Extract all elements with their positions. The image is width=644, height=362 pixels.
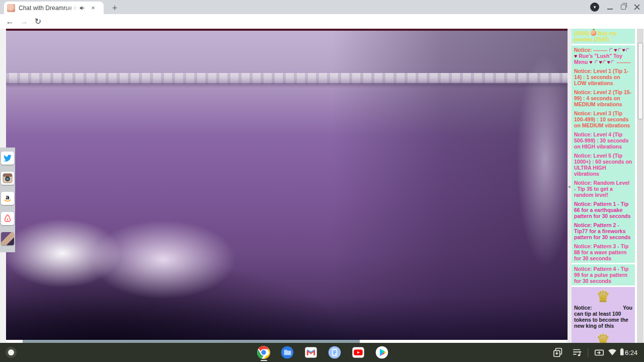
notice-text: Notice: Pattern 1 - Tip 66 for a earthqu… <box>574 201 631 219</box>
chat-message-level-4: Notice: Level 4 (Tip 500-999) : 30 secon… <box>572 130 635 151</box>
tab-favicon <box>7 4 15 12</box>
chat-message-pattern-3: Notice: Pattern 3 - Tip 88 for a wave pa… <box>572 242 635 263</box>
launcher-button[interactable] <box>6 347 17 358</box>
tab-close-button[interactable]: × <box>89 4 97 12</box>
crown-icon <box>574 288 632 305</box>
notice-text: Notice: Level 3 (Tip 100-499) : 10 secon… <box>574 110 630 128</box>
chat-message-level-2: Notice: Level 2 (Tip 15-99) : 4 seconds … <box>572 88 635 109</box>
notice-text: Notice: Level 5 (Tip 1000+) : 60 seconds… <box>574 153 632 177</box>
forward-button[interactable] <box>19 16 29 27</box>
heart-icon <box>589 59 592 65</box>
window-switcher-icon[interactable] <box>552 347 564 358</box>
web-page: a (2000) Buy my panties (2500)Notice: --… <box>0 29 644 343</box>
tab-title: Chat with Dreamrue in a Live <box>19 5 78 12</box>
chrome-active-indicator <box>261 360 267 361</box>
profile-chevron-icon[interactable]: ▾ <box>590 3 599 12</box>
chat-message-level-1: Notice: Level 1 (Tip 1-14) : 1 seconds o… <box>572 66 635 88</box>
peach-icon <box>591 30 596 36</box>
chat-message-lush-menu-header: Notice: -------- Rue's "Lush" Toy Menu -… <box>572 45 635 66</box>
launcher-icon <box>8 349 14 355</box>
new-tab-button[interactable]: + <box>109 3 121 14</box>
svg-text:a: a <box>6 194 10 201</box>
notice-text: Notice: Pattern 2 - Tip77 for a firework… <box>574 222 631 240</box>
instagram-link-icon[interactable] <box>1 172 14 185</box>
king-notice-line: Notice:You <box>574 305 632 311</box>
clock[interactable]: 6:24 <box>625 349 642 356</box>
chat-message-random-level: Notice: Random Level - Tip 35 to get a r… <box>572 178 635 199</box>
notice-text: (2000) <box>574 30 591 36</box>
docs-app-icon[interactable] <box>328 345 342 359</box>
restore-window-button[interactable] <box>621 5 626 10</box>
notice-text: Notice: Pattern 3 - Tip 88 for a wave pa… <box>574 243 628 261</box>
tab-audio-icon[interactable] <box>79 5 86 12</box>
twitter-link-icon[interactable] <box>1 152 14 165</box>
notice-text: Notice: -------- <box>574 47 609 53</box>
airbnb-link-icon[interactable] <box>1 212 14 225</box>
browser-tab[interactable]: Chat with Dreamrue in a Live × <box>4 2 104 14</box>
notice-text: -------- <box>615 59 631 65</box>
back-button[interactable] <box>5 16 15 27</box>
gmail-app-icon[interactable] <box>304 345 318 359</box>
chat-message-level-5: Notice: Level 5 (Tip 1000+) : 60 seconds… <box>572 151 635 178</box>
chromeos-shelf: 6:24 <box>0 343 644 362</box>
notice-text: Notice: Level 1 (Tip 1-14) : 1 seconds o… <box>574 68 628 86</box>
window-controls: ▾ <box>590 0 640 14</box>
close-window-button[interactable] <box>634 4 640 10</box>
youtube-app-icon[interactable] <box>351 345 365 359</box>
chat-message-pattern-2: Notice: Pattern 2 - Tip77 for a firework… <box>572 221 635 242</box>
photo-link-icon[interactable] <box>1 232 14 245</box>
chat-message-pattern-1: Notice: Pattern 1 - Tip 66 for a earthqu… <box>572 199 635 221</box>
king-notice-text: can tip at least 100 tokens to become th… <box>574 311 632 329</box>
notice-text: Notice: Level 4 (Tip 500-999) : 30 secon… <box>574 131 629 150</box>
chat-message-pattern-4: Notice: Pattern 4 - Tip 99 for a pulse p… <box>572 264 635 285</box>
notice-text: Notice: Level 2 (Tip 15-99) : 4 seconds … <box>574 89 631 107</box>
chat-notice-panel: (2000) Buy my panties (2500)Notice: ----… <box>572 29 635 343</box>
chromeos-desktop: Chat with Dreamrue in a Live × + ▾ cospl… <box>0 0 644 362</box>
dock-mode-icon[interactable] <box>594 347 605 358</box>
video-ceiling-molding <box>6 73 568 84</box>
play-store-app-icon[interactable] <box>375 345 389 359</box>
crown-icon <box>574 332 632 343</box>
tray-divider <box>588 348 588 357</box>
reload-button[interactable] <box>33 16 43 27</box>
tab-strip: Chat with Dreamrue in a Live × + ▾ <box>0 0 644 14</box>
chat-collapse-divider[interactable] <box>568 29 572 343</box>
live-video-stream[interactable] <box>6 31 568 340</box>
video-wall-shadow <box>6 83 568 88</box>
files-app-icon[interactable] <box>280 345 294 359</box>
amazon-link-icon[interactable]: a <box>1 192 14 205</box>
media-controls-icon[interactable] <box>572 347 583 358</box>
notice-text: Notice: Random Level - Tip 35 to get a r… <box>574 180 629 198</box>
chrome-app-icon[interactable] <box>257 345 271 359</box>
chat-message-king-tip: Notice:Youcan tip at least 100 tokens to… <box>572 287 635 343</box>
browser-toolbar: cosplayxcams.com/dreamrue/ <box>0 14 644 29</box>
wifi-icon[interactable] <box>607 347 618 358</box>
chat-message-tip-menu-tail: (2000) Buy my panties (2500) <box>572 29 635 44</box>
notice-text: Notice: Pattern 4 - Tip 99 for a pulse p… <box>574 266 628 284</box>
chat-message-level-3: Notice: Level 3 (Tip 100-499) : 10 secon… <box>572 109 635 130</box>
divider-handle-icon[interactable] <box>568 185 572 189</box>
minimize-button[interactable] <box>607 9 613 10</box>
chat-scrollbar-track[interactable] <box>637 29 643 343</box>
chat-scrollbar-thumb[interactable] <box>638 43 643 119</box>
